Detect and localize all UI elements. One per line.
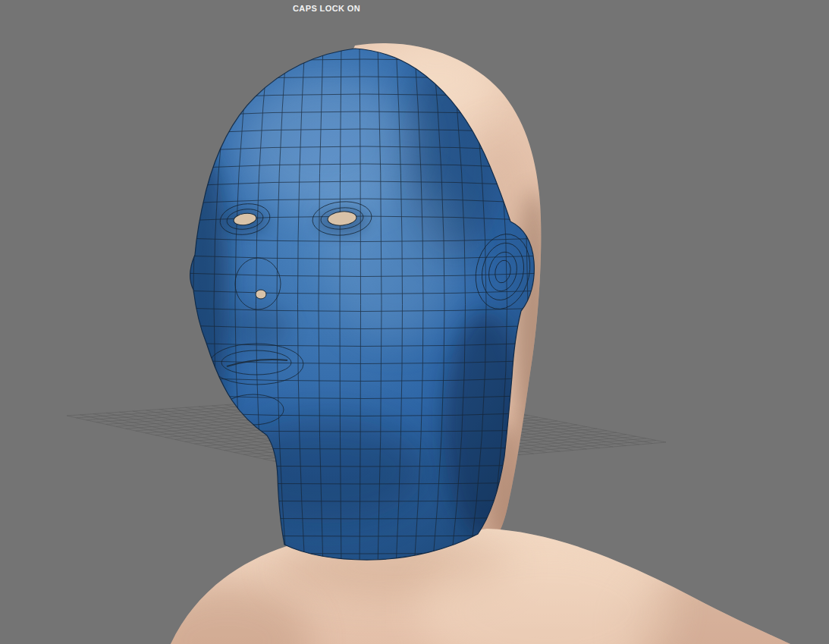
scene-render [0, 0, 829, 644]
3d-viewport[interactable]: CAPS LOCK ON [0, 0, 829, 644]
nostril-opening [256, 290, 266, 299]
sculpt-shoulder-shading [144, 536, 829, 644]
sculpt-shoulders[interactable] [144, 529, 829, 644]
caps-lock-indicator: CAPS LOCK ON [293, 4, 360, 13]
